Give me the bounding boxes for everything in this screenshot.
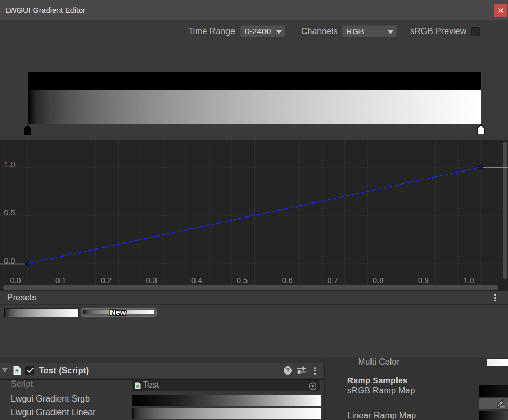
- svg-text:1.0: 1.0: [464, 276, 474, 285]
- svg-text:0.5: 0.5: [4, 208, 15, 217]
- svg-text:0.7: 0.7: [327, 276, 338, 285]
- svg-text:0.2: 0.2: [101, 276, 112, 285]
- svg-text:0.3: 0.3: [146, 276, 157, 285]
- svg-text:0.6: 0.6: [282, 276, 293, 285]
- svg-text:0.5: 0.5: [237, 276, 248, 285]
- svg-text:0.4: 0.4: [191, 276, 202, 285]
- svg-text:#: #: [136, 383, 140, 389]
- svg-text:0.1: 0.1: [55, 276, 66, 285]
- svg-text:0.0: 0.0: [4, 257, 15, 265]
- svg-text:1.0: 1.0: [4, 160, 15, 169]
- svg-text:0.9: 0.9: [418, 276, 429, 285]
- svg-text:#: #: [15, 367, 18, 375]
- svg-text:0.8: 0.8: [373, 276, 383, 285]
- svg-text:0.0: 0.0: [10, 276, 21, 285]
